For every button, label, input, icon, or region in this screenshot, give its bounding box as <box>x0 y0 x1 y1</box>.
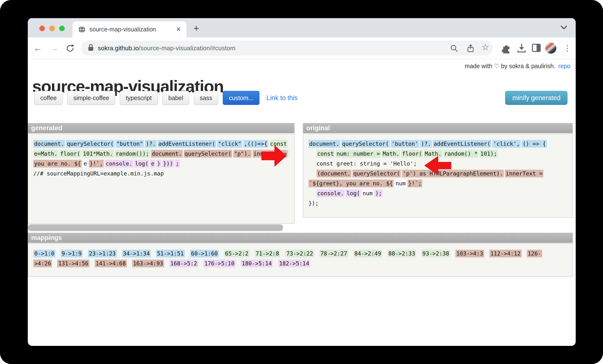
mapping-chip[interactable]: 176->5:10 <box>203 259 235 267</box>
horizontal-scrollbar-thumb[interactable] <box>28 224 283 231</box>
original-code-segment[interactable]: `${greet}, you are no. ${ <box>309 180 394 187</box>
original-code-segment[interactable]: log( <box>346 189 360 197</box>
close-window-button[interactable] <box>39 26 45 31</box>
original-code-segment[interactable]: )?. <box>420 140 432 148</box>
side-panel-icon[interactable] <box>531 43 541 54</box>
original-code-segment[interactable]: num <box>362 189 373 197</box>
browser-tab[interactable]: source-map-visualization ✕ <box>72 21 186 37</box>
mapping-chip[interactable]: 9->1:9 <box>61 250 83 258</box>
original-code-segment[interactable]: num: number = <box>336 150 381 158</box>
example-button-custom[interactable]: custom... <box>223 91 259 105</box>
repo-link[interactable]: repo <box>558 63 570 70</box>
original-code-segment[interactable]: innerText = <box>505 170 543 177</box>
mapping-chip[interactable]: 182->5:14 <box>278 259 310 267</box>
download-icon[interactable] <box>516 43 527 54</box>
mapping-chip[interactable]: 65->2:2 <box>224 250 249 258</box>
mapping-chip[interactable]: 93->2:38 <box>421 250 450 258</box>
original-code-segment[interactable]: querySelector( <box>352 170 401 177</box>
mapping-chip[interactable]: 180->5:14 <box>241 259 273 267</box>
generated-code-segment[interactable]: )?. <box>145 140 157 148</box>
original-code-segment[interactable]: Math. <box>382 150 400 158</box>
generated-code-segment[interactable]: e=Math. <box>33 150 58 158</box>
original-code-segment[interactable]: querySelector( <box>341 140 390 148</box>
mapping-chip[interactable]: 60->1:60 <box>190 250 219 258</box>
mapping-chip[interactable]: 163->4:93 <box>132 259 164 267</box>
original-code-segment[interactable]: (document. <box>316 170 351 177</box>
example-button-simple-coffee[interactable]: simple-coffee <box>67 91 115 105</box>
generated-code-segment[interactable]: querySelector( <box>66 140 115 148</box>
minimize-window-button[interactable] <box>49 26 55 31</box>
mapping-chip[interactable]: 168->5:2 <box>169 259 198 267</box>
original-code-segment[interactable]: floor( <box>401 150 423 158</box>
generated-code-segment[interactable]: ; <box>175 160 180 167</box>
original-code-segment[interactable]: 'button' <box>391 140 419 148</box>
overflow-menu-icon[interactable]: ⋮ <box>564 42 571 54</box>
mapping-chip[interactable]: 73->2:22 <box>285 250 314 258</box>
mapping-chip[interactable]: 126- <box>527 250 542 258</box>
original-code-segment[interactable]: document. <box>309 140 340 148</box>
generated-code-segment[interactable]: floor( <box>59 150 81 158</box>
original-code-segment[interactable]: num <box>395 180 406 187</box>
example-button-typescript[interactable]: typescript <box>120 91 158 105</box>
original-code-segment[interactable]: console. <box>316 189 345 197</box>
original-code-segment[interactable]: ); <box>374 189 383 197</box>
generated-code-segment[interactable]: }!`, <box>89 160 104 167</box>
mapping-chip[interactable]: 0->1:0 <box>33 250 55 258</box>
generated-code-segment[interactable]: document. <box>151 150 183 158</box>
original-code-segment[interactable]: }!`; <box>407 180 422 187</box>
generated-code-segment[interactable]: "p"). <box>233 150 252 158</box>
generated-code-segment[interactable]: "button" <box>116 140 144 148</box>
chevron-down-icon[interactable] <box>560 25 568 30</box>
generated-code-segment[interactable]: document. <box>33 140 65 148</box>
mapping-chip[interactable]: >4:26 <box>33 259 52 267</box>
generated-code-segment[interactable]: log( <box>134 160 149 167</box>
example-button-coffee[interactable]: coffee <box>34 91 63 105</box>
mapping-chip[interactable]: 112->4:12 <box>489 250 522 258</box>
generated-code-segment[interactable]: e <box>83 160 88 167</box>
profile-avatar[interactable] <box>545 43 556 54</box>
mapping-chip[interactable]: 71->2:8 <box>255 250 280 258</box>
search-icon[interactable] <box>450 44 458 53</box>
generated-code-segment[interactable]: console. <box>105 160 133 167</box>
mapping-chip[interactable]: 51->1:51 <box>156 250 185 258</box>
close-tab-icon[interactable]: ✕ <box>176 26 181 33</box>
example-button-babel[interactable]: babel <box>162 91 189 105</box>
generated-code-segment[interactable]: you are no. ${ <box>33 160 82 167</box>
original-code-segment[interactable]: const <box>316 150 335 158</box>
mappings-panel-header: mappings <box>28 233 573 243</box>
original-code-segment[interactable]: () => { <box>522 140 547 148</box>
back-button[interactable]: ← <box>34 43 42 53</box>
bookmark-star-icon[interactable]: ☆ <box>481 42 489 52</box>
link-to-this[interactable]: Link to this <box>267 94 298 102</box>
new-tab-button[interactable]: + <box>194 23 199 33</box>
zoom-window-button[interactable] <box>59 26 65 31</box>
original-code-segment[interactable]: addEventListener( <box>433 140 491 148</box>
generated-code-segment[interactable]: })) <box>162 160 174 167</box>
original-code-segment[interactable]: 'click', <box>492 140 521 148</box>
generated-code-segment[interactable]: querySelector( <box>184 150 232 158</box>
mapping-chip[interactable]: 34->1:34 <box>122 250 151 258</box>
reload-button[interactable] <box>66 44 75 54</box>
minify-generated-button[interactable]: minify generated <box>505 91 568 105</box>
generated-code-segment[interactable]: ) <box>156 160 161 167</box>
extensions-puzzle-icon[interactable] <box>501 43 511 54</box>
generated-code-segment[interactable]: `He <box>289 150 289 158</box>
original-code-segment[interactable]: 101); <box>480 150 498 158</box>
generated-code-segment[interactable]: e <box>150 160 155 167</box>
example-button-sass[interactable]: sass <box>194 91 218 105</box>
generated-code-segment[interactable]: addEventListener( <box>158 140 216 148</box>
share-icon[interactable] <box>466 44 475 53</box>
mapping-chip[interactable]: 78->2:27 <box>319 250 348 258</box>
lock-icon[interactable] <box>88 44 94 52</box>
generated-code-segment[interactable]: random()); <box>115 150 150 158</box>
mapping-chip[interactable]: 103->4:3 <box>455 250 484 258</box>
mapping-chip[interactable]: 23->1:23 <box>88 250 117 258</box>
mapping-chip[interactable]: 141->4:68 <box>95 259 127 267</box>
address-bar[interactable]: sokra.github.io/source-map-visualization… <box>81 41 493 56</box>
mapping-chip[interactable]: 131->4:56 <box>57 259 89 267</box>
original-code-segment[interactable]: 'p') as HTMLParagraphElement). <box>402 170 504 177</box>
mapping-chip[interactable]: 84->2:49 <box>353 250 382 258</box>
mapping-chip[interactable]: 88->2:33 <box>387 250 416 258</box>
generated-code-segment[interactable]: "click" <box>217 140 242 148</box>
generated-code-segment[interactable]: 101*Math. <box>82 150 114 158</box>
